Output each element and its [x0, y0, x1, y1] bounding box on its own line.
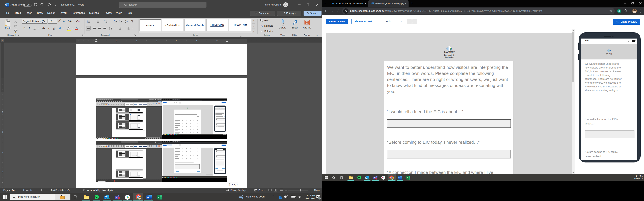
svg-text:3: 3 — [2, 151, 3, 154]
svg-text:22: 22 — [318, 197, 320, 199]
svg-text:5: 5 — [196, 39, 198, 42]
svg-text:A: A — [125, 19, 126, 21]
svg-text:4: 4 — [2, 171, 3, 173]
svg-text:3: 3 — [156, 39, 157, 42]
svg-text:T: T — [374, 177, 375, 179]
svg-text:1: 1 — [96, 20, 96, 21]
svg-text:T: T — [116, 196, 117, 198]
svg-text:NEW: NEW — [108, 198, 110, 199]
svg-text:Z: Z — [125, 21, 126, 23]
svg-text:1: 1 — [2, 111, 3, 113]
svg-text:NEW: NEW — [368, 178, 370, 179]
svg-text:6: 6 — [216, 39, 218, 42]
svg-text:W: W — [147, 196, 149, 199]
svg-text:X: X — [158, 196, 159, 199]
svg-text:W: W — [5, 4, 8, 6]
svg-text:c: c — [262, 26, 263, 28]
svg-text:X: X — [407, 177, 408, 179]
svg-text:3: 3 — [96, 22, 96, 23]
svg-text:W: W — [398, 177, 400, 179]
svg-text:i: i — [281, 197, 281, 199]
svg-text:2: 2 — [2, 131, 3, 134]
svg-text:1: 1 — [116, 39, 117, 42]
svg-text:2: 2 — [136, 39, 137, 42]
svg-text:4: 4 — [176, 39, 177, 42]
